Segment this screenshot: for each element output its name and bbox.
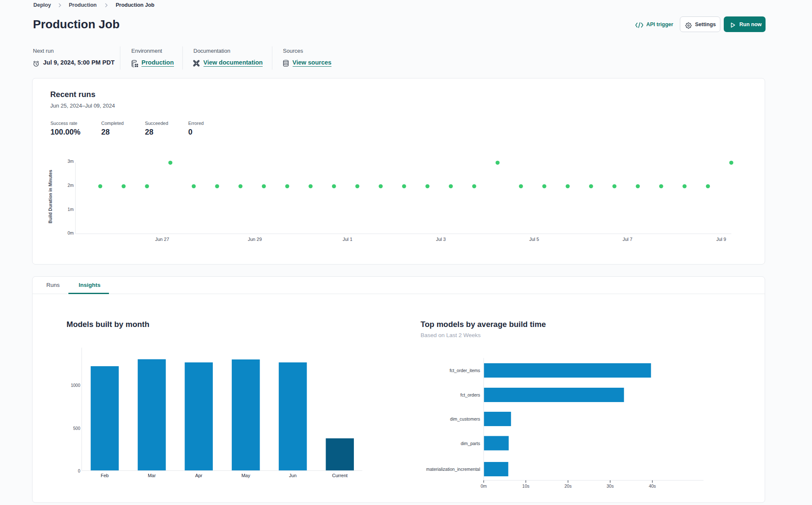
svg-text:Build Duration in Minutes: Build Duration in Minutes xyxy=(48,170,53,223)
svg-text:Jul 9: Jul 9 xyxy=(716,237,726,242)
svg-text:1000: 1000 xyxy=(71,383,81,388)
svg-text:Current: Current xyxy=(332,473,348,478)
svg-text:2m: 2m xyxy=(68,183,74,188)
svg-text:Mar: Mar xyxy=(148,473,156,478)
svg-text:fct_order_items: fct_order_items xyxy=(450,368,480,373)
svg-text:fct_orders: fct_orders xyxy=(460,392,480,397)
svg-text:Jun 27: Jun 27 xyxy=(155,237,169,242)
svg-text:0m: 0m xyxy=(481,483,487,489)
svg-text:500: 500 xyxy=(73,426,80,431)
svg-text:20s: 20s xyxy=(565,483,572,489)
svg-text:Jul 1: Jul 1 xyxy=(342,237,352,242)
svg-text:Jul 3: Jul 3 xyxy=(436,237,445,242)
svg-text:10s: 10s xyxy=(522,483,530,489)
svg-text:May: May xyxy=(242,473,250,478)
svg-text:Jul 5: Jul 5 xyxy=(529,237,539,242)
svg-text:3m: 3m xyxy=(68,159,74,164)
svg-text:40s: 40s xyxy=(649,483,656,489)
svg-text:Jul 7: Jul 7 xyxy=(622,237,632,242)
svg-text:dim_parts: dim_parts xyxy=(461,441,480,446)
svg-text:0m: 0m xyxy=(68,230,74,235)
svg-text:materialization_incremental: materialization_incremental xyxy=(426,467,480,472)
svg-text:30s: 30s xyxy=(607,483,614,489)
svg-text:Jun: Jun xyxy=(289,473,297,478)
svg-text:1m: 1m xyxy=(68,207,74,212)
svg-text:Jun 29: Jun 29 xyxy=(248,237,262,242)
svg-text:Apr: Apr xyxy=(195,473,202,478)
svg-text:dim_customers: dim_customers xyxy=(450,416,480,421)
svg-text:Feb: Feb xyxy=(101,473,109,478)
svg-text:0: 0 xyxy=(78,469,80,473)
